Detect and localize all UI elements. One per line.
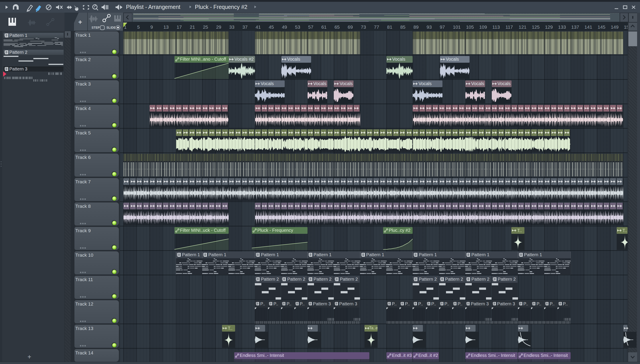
svg-text:STEP: STEP bbox=[92, 26, 100, 29]
svg-text:SLIDE: SLIDE bbox=[106, 26, 116, 29]
